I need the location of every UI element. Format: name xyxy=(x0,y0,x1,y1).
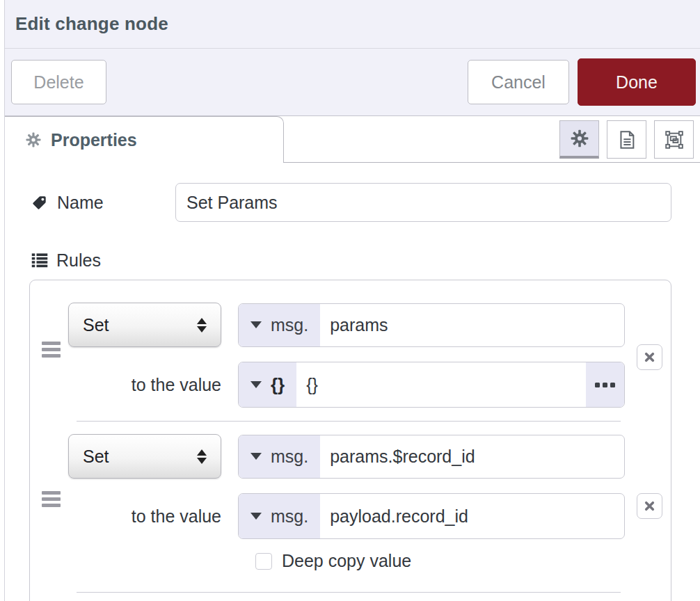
rules-list: Set msg. xyxy=(29,280,671,601)
close-icon xyxy=(644,500,655,512)
gear-icon xyxy=(571,129,589,147)
rule-1-property-row: Set msg. xyxy=(68,280,629,347)
rule-row-2: Set msg. xyxy=(30,422,671,593)
chevron-down-icon xyxy=(250,321,262,328)
editor-tab-bar: Properties xyxy=(5,116,700,163)
appearance-icon xyxy=(665,130,684,150)
name-field-row: Name xyxy=(31,183,671,222)
tab-icon-buttons xyxy=(559,120,694,159)
name-input[interactable] xyxy=(175,183,671,222)
rule-2-value-input: msg. xyxy=(238,493,625,539)
dialog-button-bar: Delete Cancel Done xyxy=(5,49,700,116)
rule-2-property-input: msg. xyxy=(238,435,625,479)
deep-copy-label: Deep copy value xyxy=(282,551,411,571)
rule-1-value-field[interactable] xyxy=(296,362,586,407)
rules-label: Rules xyxy=(56,250,101,271)
tab-properties[interactable]: Properties xyxy=(5,116,284,163)
tab-button-description[interactable] xyxy=(607,120,646,159)
rule-2-property-type-button[interactable]: msg. xyxy=(239,435,320,478)
rule-1-action-select[interactable]: Set xyxy=(68,303,221,347)
rule-2-property-row: Set msg. xyxy=(68,422,629,479)
rule-1-action-label: Set xyxy=(83,315,197,335)
delete-button[interactable]: Delete xyxy=(11,60,106,104)
name-label-box: Name xyxy=(31,193,175,213)
rule-1-value-type-button[interactable]: {} xyxy=(239,362,296,407)
tab-properties-label: Properties xyxy=(51,130,137,150)
rule-2-value-prefix: msg. xyxy=(271,506,308,527)
rule-1-to-label: to the value xyxy=(68,375,221,395)
rule-1-value-row: to the value {} xyxy=(68,362,629,408)
rule-1-value-input: {} xyxy=(238,362,625,408)
page-title: Edit change node xyxy=(15,13,168,35)
rules-label-row: Rules xyxy=(31,250,671,271)
rule-divider xyxy=(77,592,621,593)
close-icon xyxy=(644,351,655,363)
tab-content: Name Rules Set xyxy=(5,183,700,601)
description-icon xyxy=(618,130,636,150)
drag-handle-icon[interactable] xyxy=(40,488,62,510)
edit-change-node-dialog: Edit change node Delete Cancel Done xyxy=(4,0,700,601)
list-icon xyxy=(31,252,48,269)
ellipsis-icon xyxy=(595,383,615,387)
chevron-down-icon xyxy=(250,381,262,388)
rule-1-property-input: msg. xyxy=(238,303,625,347)
cancel-button[interactable]: Cancel xyxy=(468,60,569,104)
dialog-header: Edit change node xyxy=(5,0,700,49)
deep-copy-checkbox[interactable] xyxy=(255,553,272,570)
rule-2-value-type-button[interactable]: msg. xyxy=(239,494,320,538)
rule-2-property-value-input[interactable] xyxy=(320,435,624,478)
chevron-down-icon xyxy=(250,513,262,520)
deep-copy-row: Deep copy value xyxy=(255,551,629,571)
rule-2-action-label: Set xyxy=(83,447,197,467)
rule-2-action-select[interactable]: Set xyxy=(68,434,221,479)
select-arrows-icon xyxy=(197,318,207,332)
name-label: Name xyxy=(57,193,104,213)
rule-2-property-prefix: msg. xyxy=(271,447,308,467)
select-arrows-icon xyxy=(197,449,207,464)
rule-2-value-row: to the value msg. xyxy=(68,493,629,539)
rule-2-to-label: to the value xyxy=(68,506,221,527)
json-type-icon: {} xyxy=(271,374,285,396)
gear-icon xyxy=(26,132,41,147)
rule-row-1: Set msg. xyxy=(30,280,671,422)
tab-button-properties[interactable] xyxy=(559,120,599,159)
done-button[interactable]: Done xyxy=(578,58,696,106)
tag-icon xyxy=(31,195,47,211)
rule-1-remove-button[interactable] xyxy=(637,344,662,370)
tab-button-appearance[interactable] xyxy=(654,120,694,159)
rule-1-expand-button[interactable] xyxy=(586,362,624,407)
rule-1-property-prefix: msg. xyxy=(271,315,308,335)
rule-1-property-value-input[interactable] xyxy=(320,304,624,346)
chevron-down-icon xyxy=(250,453,262,460)
rule-2-value-field[interactable] xyxy=(320,494,624,538)
rule-1-property-type-button[interactable]: msg. xyxy=(239,304,320,346)
rule-2-remove-button[interactable] xyxy=(637,493,662,519)
drag-handle-icon[interactable] xyxy=(40,339,62,360)
